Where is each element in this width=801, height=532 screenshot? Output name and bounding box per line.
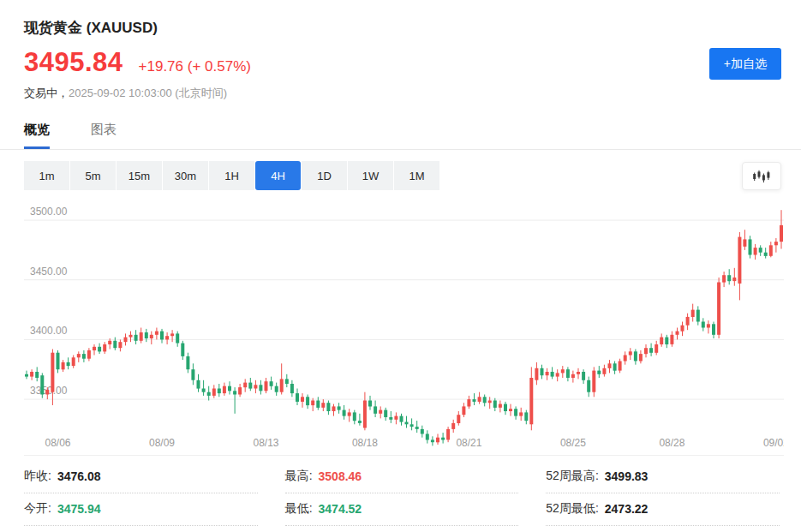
stat-value: 3474.52 <box>319 502 362 516</box>
period-button-1w[interactable]: 1W <box>348 161 393 190</box>
period-button-5m[interactable]: 5m <box>70 161 116 190</box>
candlestick-chart-icon <box>752 170 771 183</box>
x-axis-tick-label: 09/02 <box>763 437 784 449</box>
x-axis-tick-label: 08/25 <box>560 437 586 449</box>
candlestick-chart[interactable]: 3500.003450.003400.003350.0008/0608/0908… <box>24 198 784 455</box>
period-selector-row: 1m5m15m30m1H4H1D1W1M <box>0 161 801 190</box>
stat-label: 昨收: <box>24 469 51 484</box>
period-button-15m[interactable]: 15m <box>117 161 162 190</box>
period-button-4h[interactable]: 4H <box>255 161 301 190</box>
y-axis-tick-label: 3500.00 <box>30 206 68 218</box>
period-button-1d[interactable]: 1D <box>302 161 347 190</box>
period-button-1m[interactable]: 1m <box>24 161 69 190</box>
stat-value: 2473.22 <box>605 502 649 516</box>
trading-status: 交易中，2025-09-02 10:03:00 (北京时间) <box>0 86 801 101</box>
stat-value: 3476.08 <box>57 469 101 483</box>
x-axis-tick-label: 08/09 <box>149 437 175 449</box>
tab-overview[interactable]: 概览 <box>24 122 50 149</box>
y-axis-tick-label: 3400.00 <box>30 325 68 337</box>
price-change: +19.76 (+ 0.57%) <box>139 58 251 75</box>
stat-low: 最低:3474.52 <box>285 493 519 526</box>
stat-wk52-high: 52周最高:3499.83 <box>546 461 780 493</box>
period-button-1m[interactable]: 1M <box>394 161 439 190</box>
stat-high: 最高:3508.46 <box>285 461 519 493</box>
stat-value: 3508.46 <box>319 469 362 483</box>
x-axis-tick-label: 08/06 <box>45 437 70 449</box>
x-axis-tick-label: 08/21 <box>456 437 481 449</box>
quote-page: 现货黄金 (XAUUSD) 3495.84 +19.76 (+ 0.57%) 交… <box>0 0 801 532</box>
quote-timestamp: 2025-09-02 10:03:00 (北京时间) <box>69 87 227 99</box>
stat-wk52-low: 52周最低:2473.22 <box>546 493 780 526</box>
stat-open: 今开:3475.94 <box>24 493 258 526</box>
x-axis-tick-label: 08/18 <box>352 437 378 449</box>
stat-value: 3499.83 <box>605 469 649 483</box>
x-axis-tick-label: 08/13 <box>253 437 278 449</box>
stat-label: 最低: <box>285 501 313 517</box>
stat-label: 最高: <box>285 469 313 484</box>
stat-prev-close: 昨收:3476.08 <box>24 461 258 493</box>
stat-label: 今开: <box>24 501 51 517</box>
stat-value: 3475.94 <box>57 502 101 516</box>
x-axis-tick-label: 08/28 <box>659 437 684 449</box>
period-selector: 1m5m15m30m1H4H1D1W1M <box>24 161 439 190</box>
add-watchlist-button[interactable]: +加自选 <box>709 48 781 80</box>
stat-label: 52周最高: <box>546 469 598 484</box>
tab-bar: 概览 图表 <box>0 122 801 150</box>
period-button-1h[interactable]: 1H <box>209 161 254 190</box>
chart-type-button[interactable] <box>742 162 781 190</box>
status-label: 交易中， <box>24 87 69 99</box>
tab-chart[interactable]: 图表 <box>91 122 117 149</box>
period-button-30m[interactable]: 30m <box>163 161 208 190</box>
price-chart[interactable]: 3500.003450.003400.003350.0008/0608/0908… <box>24 198 784 456</box>
current-price: 3495.84 <box>24 47 123 78</box>
page-title: 现货黄金 (XAUUSD) <box>0 0 801 38</box>
stat-label: 52周最低: <box>546 501 598 517</box>
y-axis-tick-label: 3450.00 <box>30 266 68 278</box>
stats-grid: 昨收:3476.08最高:3508.4652周最高:3499.83今开:3475… <box>0 461 801 526</box>
